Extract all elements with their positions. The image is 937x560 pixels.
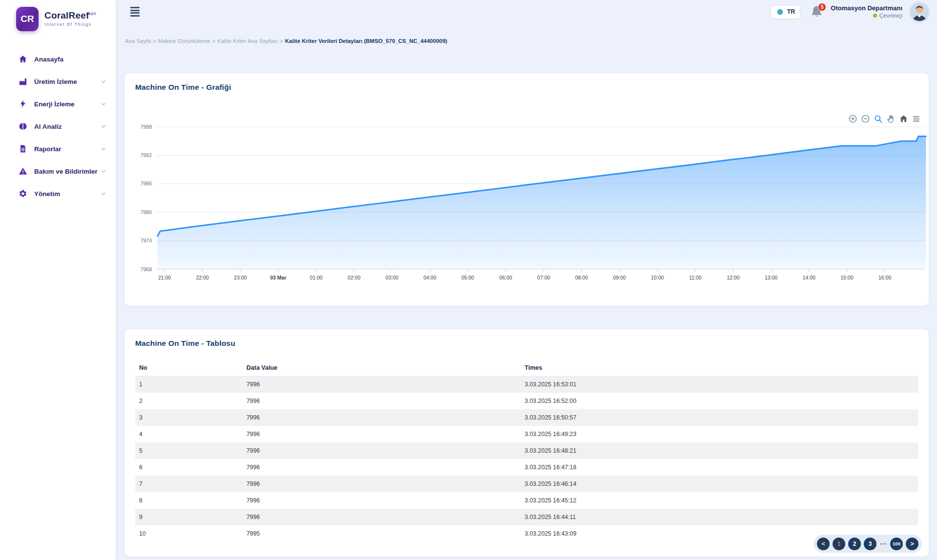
factory-icon — [19, 77, 27, 86]
x-axis-label: 03:00 — [386, 275, 398, 280]
cell-times: 3.03.2025 16:44:11 — [521, 509, 918, 525]
cell-times: 3.03.2025 16:48:21 — [521, 442, 918, 459]
x-axis-label: 03 Mar — [270, 275, 286, 280]
chevron-down-icon — [100, 168, 107, 175]
notification-badge: 5 — [818, 3, 826, 11]
cell-times: 3.03.2025 16:46:14 — [521, 476, 918, 492]
y-axis-label: 7998 — [141, 124, 152, 130]
zoom-in-icon[interactable] — [848, 114, 857, 123]
x-axis-label: 02:00 — [347, 275, 360, 280]
cell-data-value: 7996 — [243, 459, 521, 476]
pagination-prev-button[interactable]: < — [817, 538, 830, 550]
sidebar-item-label: Bakım ve Bildirimler — [34, 168, 98, 175]
zoom-out-icon[interactable] — [861, 114, 870, 123]
selection-zoom-icon[interactable] — [874, 114, 883, 123]
x-axis-label: 05:00 — [461, 275, 474, 280]
user-menu[interactable]: Otomasyon Departmanı Çevrimiçi — [831, 4, 902, 20]
cell-no: 9 — [135, 509, 243, 525]
breadcrumb-item[interactable]: Ana Sayfa — [125, 38, 151, 44]
menu-icon — [130, 7, 140, 8]
user-avatar[interactable] — [910, 2, 929, 21]
sidebar-item-bak-m-ve-bildirimler[interactable]: Bakım ve Bildirimler — [0, 160, 116, 182]
pagination-next-button[interactable]: > — [906, 538, 918, 550]
cell-data-value: 7996 — [243, 376, 521, 393]
cell-data-value: 7996 — [243, 393, 521, 409]
chevron-down-icon — [100, 190, 107, 197]
x-axis-label: 22:00 — [196, 275, 209, 280]
y-axis-label: 7974 — [141, 238, 152, 243]
pagination-page-1[interactable]: 1 — [833, 538, 845, 550]
sidebar-item-label: Yönetim — [34, 190, 60, 198]
breadcrumb-current: Kalite Kriter Verileri Detayları (BMSO_5… — [285, 38, 447, 44]
cell-times: 3.03.2025 16:52:00 — [521, 393, 918, 409]
x-axis-label: 04:00 — [424, 275, 436, 280]
x-axis-label: 15:00 — [840, 275, 853, 280]
sidebar: CR CoralReefIOT Internet Of Things Anasa… — [0, 0, 116, 560]
sidebar-item-y-netim[interactable]: Yönetim — [0, 182, 116, 205]
reset-home-icon[interactable] — [899, 114, 908, 123]
cell-data-value: 7996 — [243, 442, 521, 459]
table-row: 779963.03.2025 16:46:14 — [135, 476, 918, 492]
sidebar-item--retim-i-zleme[interactable]: Üretim İzleme — [0, 70, 116, 93]
table-row: 479963.03.2025 16:49:23 — [135, 426, 918, 442]
breadcrumb-item[interactable]: Kalite Kriter Ana Sayfası — [217, 38, 278, 44]
cell-no: 8 — [135, 492, 243, 509]
y-axis-label: 7992 — [141, 152, 152, 158]
x-axis-label: 06:00 — [499, 275, 512, 280]
brand: CR CoralReefIOT Internet Of Things — [0, 0, 116, 31]
table-header-row: No Data Value Times — [135, 360, 918, 376]
cell-data-value: 7995 — [243, 525, 521, 542]
breadcrumb-separator: > — [153, 38, 156, 44]
sidebar-item-enerji-i-zleme[interactable]: Enerji İzleme — [0, 93, 116, 115]
chevron-down-icon — [100, 145, 107, 152]
sidebar-item-ai-analiz[interactable]: AI Analiz — [0, 115, 116, 138]
cell-no: 3 — [135, 409, 243, 426]
topbar: TR 5 Otomasyon Departmanı Çevrimiçi — [124, 0, 929, 23]
cell-no: 4 — [135, 426, 243, 442]
warning-icon — [19, 167, 27, 176]
sidebar-item-raporlar[interactable]: Raporlar — [0, 138, 116, 160]
x-axis-label: 14:00 — [803, 275, 815, 280]
user-status-label: Çevrimiçi — [879, 12, 902, 19]
breadcrumb-separator: > — [212, 38, 216, 44]
x-axis-label: 13:00 — [765, 275, 777, 280]
pagination: <123...100> — [814, 535, 922, 553]
table-row: 679963.03.2025 16:47:18 — [135, 459, 918, 476]
chart-canvas[interactable]: 79987992798679807974796821:0022:0023:000… — [124, 120, 929, 288]
table-row: 379963.03.2025 16:50:57 — [135, 409, 918, 426]
pagination-page-3[interactable]: 3 — [864, 538, 876, 550]
x-axis-label: 10:00 — [651, 275, 664, 280]
main-content: TR 5 Otomasyon Departmanı Çevrimiçi — [116, 0, 937, 560]
language-label: TR — [787, 8, 795, 15]
cell-times: 3.03.2025 16:49:23 — [521, 426, 918, 442]
breadcrumb-item[interactable]: Makine Görüntüleme — [158, 38, 210, 44]
pagination-page-100[interactable]: 100 — [890, 538, 903, 550]
x-axis-label: 12:00 — [727, 275, 739, 280]
cell-no: 7 — [135, 476, 243, 492]
sidebar-item-label: Üretim İzleme — [34, 78, 77, 85]
column-header-no: No — [135, 360, 243, 376]
pagination-page-2[interactable]: 2 — [848, 538, 861, 550]
bolt-icon — [19, 100, 27, 108]
x-axis-label: 21:00 — [158, 275, 171, 280]
chart-card: Machine On Time - Grafiği — [124, 73, 929, 306]
breadcrumb: Ana Sayfa>Makine Görüntüleme>Kalite Krit… — [124, 38, 929, 44]
brand-suffix: IOT — [89, 12, 97, 16]
column-header-times: Times — [521, 360, 918, 376]
sidebar-item-anasayfa[interactable]: Anasayfa — [0, 48, 116, 70]
app-root: CR CoralReefIOT Internet Of Things Anasa… — [0, 0, 937, 560]
menu-toggle-button[interactable] — [129, 6, 142, 18]
cell-data-value: 7996 — [243, 476, 521, 492]
chart-menu-icon[interactable] — [912, 114, 921, 123]
cell-times: 3.03.2025 16:45:12 — [521, 492, 918, 509]
language-selector-button[interactable]: TR — [771, 5, 801, 19]
table-row: 179963.03.2025 16:53:01 — [135, 376, 918, 393]
y-axis-label: 7968 — [141, 266, 152, 272]
x-axis-label: 16:00 — [878, 275, 891, 280]
pan-icon[interactable] — [886, 114, 896, 123]
cell-data-value: 7996 — [243, 492, 521, 509]
x-axis-label: 08:00 — [575, 275, 588, 280]
cell-times: 3.03.2025 16:47:18 — [521, 459, 918, 476]
notifications-button[interactable]: 5 — [811, 5, 823, 19]
sidebar-item-label: Raporlar — [34, 145, 61, 153]
